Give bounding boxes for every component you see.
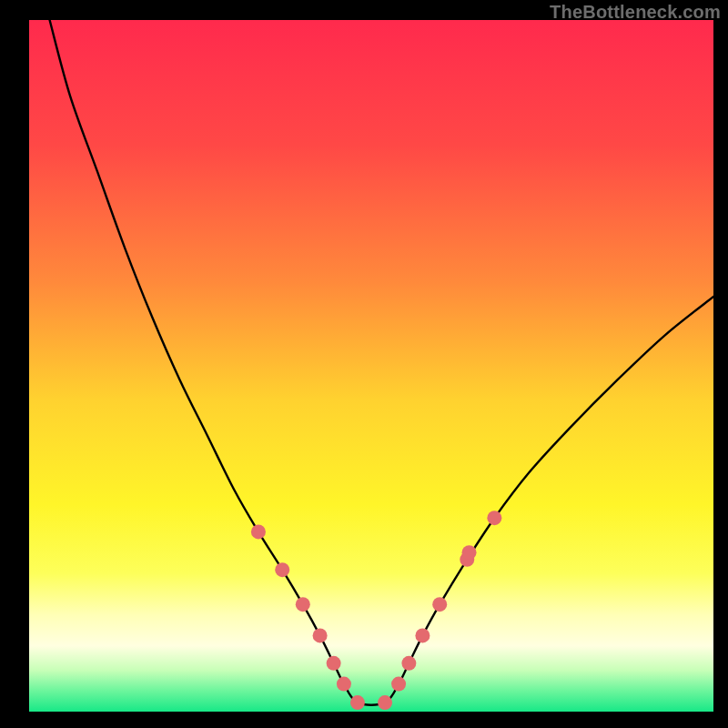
threshold-dot bbox=[313, 628, 328, 642]
threshold-dot bbox=[350, 695, 365, 710]
threshold-dot bbox=[378, 695, 392, 710]
chart-overlay bbox=[29, 20, 713, 712]
threshold-dot bbox=[391, 677, 406, 692]
watermark-label: TheBottleneck.com bbox=[550, 2, 721, 23]
threshold-dot bbox=[296, 597, 310, 612]
threshold-dots bbox=[251, 511, 501, 710]
threshold-dot bbox=[432, 597, 447, 612]
threshold-dot bbox=[251, 524, 266, 539]
threshold-dot bbox=[327, 656, 341, 671]
bottleneck-curve bbox=[50, 20, 713, 705]
threshold-dot bbox=[487, 511, 501, 525]
plot-area bbox=[29, 20, 713, 712]
threshold-dot bbox=[401, 656, 416, 671]
threshold-dot bbox=[275, 562, 289, 577]
threshold-dot bbox=[337, 677, 351, 692]
threshold-dot bbox=[462, 545, 477, 560]
chart-frame: TheBottleneck.com bbox=[0, 0, 728, 728]
threshold-dot bbox=[415, 628, 430, 642]
